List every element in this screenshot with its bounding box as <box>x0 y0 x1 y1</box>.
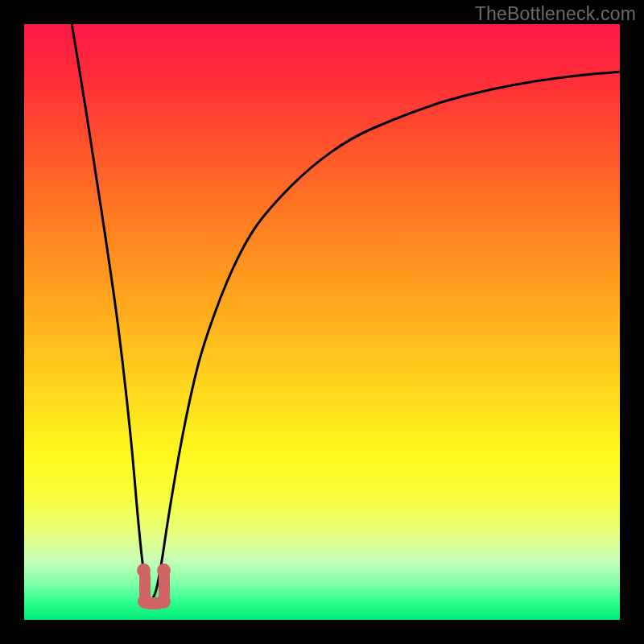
plot-area <box>24 24 620 620</box>
min-marker-dot <box>157 564 171 577</box>
watermark-text: TheBottleneck.com <box>475 3 636 25</box>
bottleneck-curve <box>24 24 620 620</box>
chart-frame: TheBottleneck.com <box>0 0 644 644</box>
